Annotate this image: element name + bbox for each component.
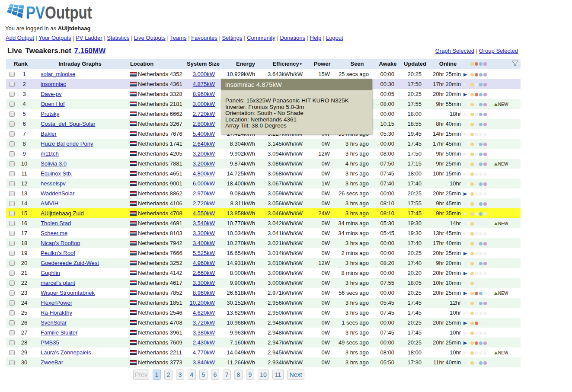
svg-text:PVOutput: PVOutput	[26, 3, 92, 22]
